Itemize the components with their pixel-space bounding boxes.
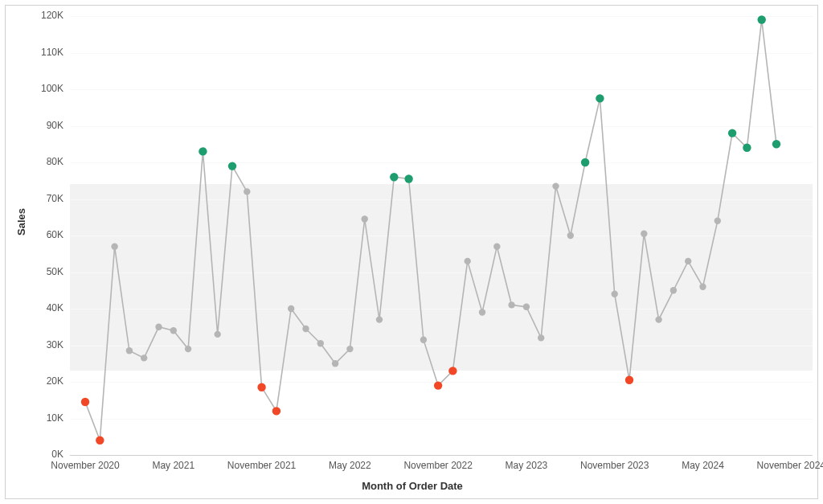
data-point[interactable] bbox=[523, 304, 530, 310]
data-point[interactable] bbox=[538, 334, 544, 341]
data-point[interactable] bbox=[772, 140, 780, 148]
data-point[interactable] bbox=[479, 309, 485, 315]
data-point[interactable] bbox=[317, 340, 324, 346]
data-point[interactable] bbox=[685, 258, 691, 264]
data-point[interactable] bbox=[728, 129, 736, 137]
data-point[interactable] bbox=[625, 376, 633, 384]
x-tick-label: November 2024 bbox=[757, 460, 823, 471]
data-point[interactable] bbox=[81, 398, 89, 406]
data-point[interactable] bbox=[596, 94, 604, 102]
x-tick-label: November 2021 bbox=[227, 460, 296, 471]
data-point[interactable] bbox=[141, 354, 147, 361]
data-point[interactable] bbox=[111, 244, 117, 250]
data-point[interactable] bbox=[376, 316, 383, 322]
data-point[interactable] bbox=[170, 327, 177, 334]
data-point[interactable] bbox=[434, 381, 442, 389]
x-tick-label: November 2020 bbox=[51, 460, 119, 471]
data-point[interactable] bbox=[346, 346, 353, 352]
data-point[interactable] bbox=[448, 367, 457, 375]
data-point[interactable] bbox=[155, 324, 162, 330]
data-point[interactable] bbox=[581, 158, 589, 166]
y-axis-label: Sales bbox=[15, 208, 27, 236]
data-point[interactable] bbox=[257, 383, 265, 391]
data-point[interactable] bbox=[612, 291, 618, 297]
x-tick-label: May 2022 bbox=[329, 460, 371, 471]
chart-svg bbox=[6, 6, 819, 500]
data-point[interactable] bbox=[390, 173, 398, 181]
x-tick-label: May 2021 bbox=[152, 460, 194, 471]
data-point[interactable] bbox=[670, 287, 677, 293]
data-point[interactable] bbox=[420, 337, 427, 343]
data-point[interactable] bbox=[228, 162, 236, 170]
data-point[interactable] bbox=[699, 284, 706, 290]
data-point[interactable] bbox=[272, 407, 280, 415]
data-point[interactable] bbox=[302, 326, 309, 332]
data-point[interactable] bbox=[743, 144, 751, 152]
x-tick-label: November 2022 bbox=[403, 460, 472, 471]
data-point[interactable] bbox=[493, 244, 500, 250]
series-points bbox=[81, 15, 780, 445]
x-tick-label: May 2023 bbox=[506, 460, 548, 471]
data-point[interactable] bbox=[567, 232, 574, 239]
data-point[interactable] bbox=[96, 436, 104, 445]
x-tick-label: May 2024 bbox=[682, 460, 724, 471]
data-point[interactable] bbox=[655, 316, 661, 322]
data-point[interactable] bbox=[552, 182, 559, 189]
chart-frame: 0K10K20K30K40K50K60K70K80K90K100K110K120… bbox=[5, 5, 818, 499]
data-point[interactable] bbox=[465, 258, 471, 264]
data-point[interactable] bbox=[362, 215, 368, 222]
x-tick-label: November 2023 bbox=[580, 460, 649, 471]
data-point[interactable] bbox=[215, 331, 221, 338]
data-point[interactable] bbox=[288, 305, 294, 312]
data-point[interactable] bbox=[508, 301, 514, 308]
data-point[interactable] bbox=[199, 147, 207, 155]
data-point[interactable] bbox=[641, 231, 647, 237]
data-point[interactable] bbox=[404, 174, 412, 182]
x-axis-label: Month of Order Date bbox=[6, 480, 819, 492]
series-line bbox=[85, 20, 776, 440]
data-point[interactable] bbox=[185, 346, 191, 352]
data-point[interactable] bbox=[126, 347, 133, 354]
data-point[interactable] bbox=[332, 360, 338, 367]
data-point[interactable] bbox=[758, 15, 766, 23]
data-point[interactable] bbox=[244, 188, 250, 195]
data-point[interactable] bbox=[714, 218, 721, 224]
